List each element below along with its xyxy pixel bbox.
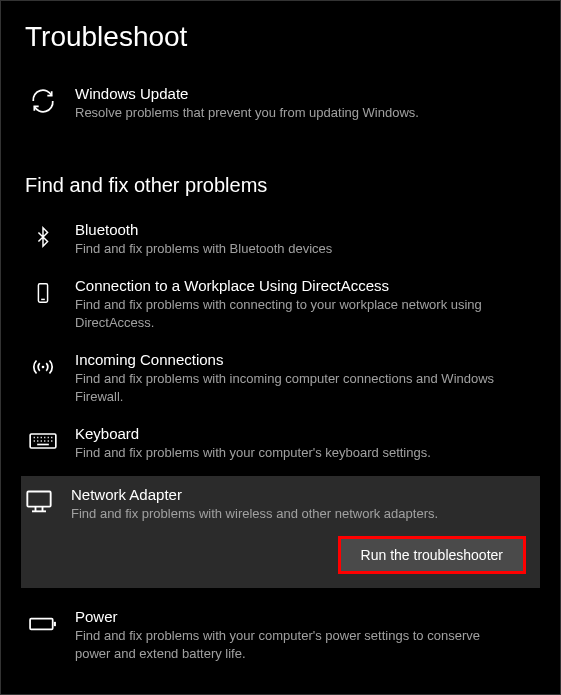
item-windows-update[interactable]: Windows Update Resolve problems that pre… [25, 79, 536, 136]
run-troubleshooter-button[interactable]: Run the troubleshooter [338, 536, 526, 574]
item-bluetooth[interactable]: Bluetooth Find and fix problems with Blu… [25, 215, 536, 272]
page-title: Troubleshoot [25, 21, 536, 53]
section-title-findfix: Find and fix other problems [25, 174, 536, 197]
item-desc: Find and fix problems with incoming comp… [75, 370, 512, 405]
item-content: Network Adapter Find and fix problems wi… [71, 486, 536, 523]
item-desc: Find and fix problems with your computer… [75, 627, 512, 662]
monitor-icon [25, 488, 53, 516]
item-workplace[interactable]: Connection to a Workplace Using DirectAc… [25, 271, 536, 345]
keyboard-icon [29, 427, 57, 455]
svg-rect-21 [30, 619, 53, 630]
item-content: Connection to a Workplace Using DirectAc… [75, 277, 532, 331]
svg-point-2 [42, 366, 45, 369]
item-desc: Find and fix problems with Bluetooth dev… [75, 240, 512, 258]
item-title: Incoming Connections [75, 351, 512, 368]
item-title: Bluetooth [75, 221, 512, 238]
item-incoming[interactable]: Incoming Connections Find and fix proble… [25, 345, 536, 419]
run-row: Run the troubleshooter [21, 536, 540, 588]
item-content: Incoming Connections Find and fix proble… [75, 351, 532, 405]
bluetooth-icon [29, 223, 57, 251]
item-power[interactable]: Power Find and fix problems with your co… [25, 602, 536, 676]
item-desc: Find and fix problems with wireless and … [71, 505, 516, 523]
signal-icon [29, 353, 57, 381]
item-desc: Find and fix problems with connecting to… [75, 296, 512, 331]
svg-rect-17 [27, 491, 50, 506]
svg-rect-22 [54, 622, 56, 626]
item-keyboard[interactable]: Keyboard Find and fix problems with your… [25, 419, 536, 476]
item-desc: Resolve problems that prevent you from u… [75, 104, 512, 122]
item-title: Keyboard [75, 425, 512, 442]
item-title: Network Adapter [71, 486, 516, 503]
item-title: Connection to a Workplace Using DirectAc… [75, 277, 512, 294]
battery-icon [29, 610, 57, 638]
item-content: Windows Update Resolve problems that pre… [75, 85, 532, 122]
item-title: Power [75, 608, 512, 625]
item-content: Power Find and fix problems with your co… [75, 608, 532, 662]
item-title: Windows Update [75, 85, 512, 102]
sync-icon [29, 87, 57, 115]
item-content: Bluetooth Find and fix problems with Blu… [75, 221, 532, 258]
item-content: Keyboard Find and fix problems with your… [75, 425, 532, 462]
item-network-adapter[interactable]: Network Adapter Find and fix problems wi… [21, 476, 540, 537]
item-desc: Find and fix problems with your computer… [75, 444, 512, 462]
phone-icon [29, 279, 57, 307]
